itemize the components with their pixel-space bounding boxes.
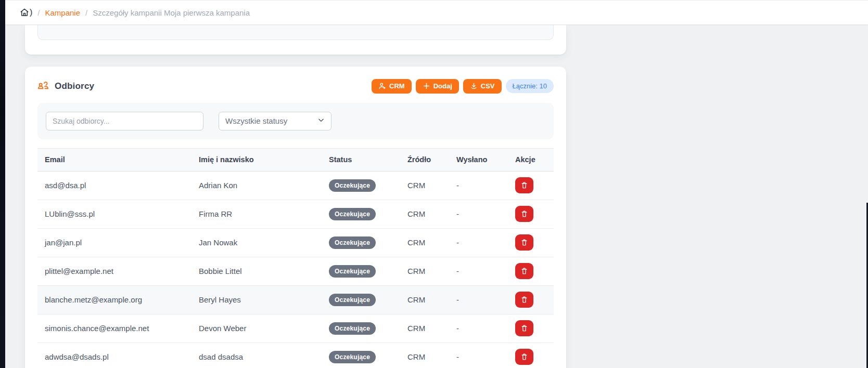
status-badge: Oczekujące [329, 265, 376, 278]
cell-sent: - [449, 228, 508, 257]
filter-bar: Wszystkie statusy [37, 103, 554, 139]
crm-button-label: CRM [389, 82, 405, 90]
cell-source: CRM [400, 257, 449, 285]
status-badge: Oczekujące [329, 179, 376, 192]
cell-source: CRM [400, 285, 449, 314]
cell-email: asd@dsa.pl [37, 171, 192, 200]
column-header-name: Imię i nazwisko [192, 148, 322, 171]
cell-email: LUblin@sss.pl [37, 200, 192, 228]
breadcrumb-current-page: Szczegóły kampanii Moja pierwsza kampani… [93, 8, 250, 17]
cell-source: CRM [400, 200, 449, 228]
trash-icon [521, 267, 528, 275]
cell-name: Devon Weber [192, 314, 322, 343]
topbar: ) / Kampanie / Szczegóły kampanii Moja p… [5, 0, 868, 25]
breadcrumb-campaigns-link[interactable]: Kampanie [45, 8, 81, 17]
delete-recipient-button[interactable] [515, 177, 533, 193]
delete-recipient-button[interactable] [515, 234, 533, 251]
csv-import-button[interactable]: CSV [463, 79, 502, 94]
download-icon [470, 82, 478, 90]
delete-recipient-button[interactable] [515, 292, 533, 308]
cell-actions [508, 171, 554, 200]
cell-sent: - [449, 171, 508, 200]
main-area: ) / Kampanie / Szczegóły kampanii Moja p… [5, 0, 868, 368]
previous-section-card [25, 25, 566, 55]
status-badge: Oczekujące [329, 236, 376, 249]
status-filter-select[interactable]: Wszystkie statusy [219, 112, 331, 130]
user-arrow-icon [378, 82, 386, 90]
status-badge: Oczekujące [329, 208, 376, 220]
cell-sent: - [449, 257, 508, 285]
cell-name: Firma RR [192, 200, 322, 228]
cell-email: plittel@example.net [37, 257, 192, 285]
cell-status: Oczekujące [322, 200, 400, 228]
delete-recipient-button[interactable] [515, 349, 533, 365]
status-badge: Oczekujące [329, 322, 376, 335]
cell-actions [508, 314, 554, 343]
cell-email: jan@jan.pl [37, 228, 192, 257]
recipients-title-group: Odbiorcy [37, 79, 94, 93]
recipients-table-body: asd@dsa.pl Adrian Kon Oczekujące CRM - [37, 171, 554, 368]
cell-actions [508, 228, 554, 257]
status-filter-value: Wszystkie statusy [225, 116, 287, 125]
cell-sent: - [449, 285, 508, 314]
crm-import-button[interactable]: CRM [372, 79, 412, 94]
column-header-actions: Akcje [508, 148, 554, 171]
home-icon-suffix: ) [30, 8, 32, 17]
cell-source: CRM [400, 314, 449, 343]
cell-status: Oczekujące [322, 257, 400, 285]
recipients-actions: CRM Dodaj [372, 79, 554, 94]
recipients-table: Email Imię i nazwisko Status Źródło Wysł… [37, 148, 554, 368]
add-recipient-button[interactable]: Dodaj [416, 79, 459, 94]
cell-status: Oczekujące [322, 343, 400, 368]
search-input[interactable] [46, 112, 203, 130]
cell-actions [508, 343, 554, 368]
cell-source: CRM [400, 228, 449, 257]
status-badge: Oczekujące [329, 294, 376, 306]
table-row: plittel@example.net Bobbie Littel Oczeku… [37, 257, 554, 285]
users-icon [37, 79, 49, 93]
cell-sent: - [449, 200, 508, 228]
trash-icon [521, 181, 528, 189]
previous-section-panel [37, 25, 554, 40]
page-content: Odbiorcy CRM [5, 25, 868, 368]
cell-actions [508, 200, 554, 228]
trash-icon [521, 239, 528, 246]
table-row: simonis.chance@example.net Devon Weber O… [37, 314, 554, 343]
add-button-label: Dodaj [433, 82, 452, 90]
recipients-title: Odbiorcy [55, 81, 94, 91]
breadcrumb: ) / Kampanie / Szczegóły kampanii Moja p… [20, 8, 250, 17]
home-icon[interactable]: ) [20, 8, 32, 17]
cell-name: Jan Nowak [192, 228, 322, 257]
column-header-sent: Wysłano [449, 148, 508, 171]
cell-actions [508, 285, 554, 314]
app-window: ) / Kampanie / Szczegóły kampanii Moja p… [0, 0, 868, 368]
cell-sent: - [449, 343, 508, 368]
cell-sent: - [449, 314, 508, 343]
cell-actions [508, 257, 554, 285]
csv-button-label: CSV [481, 82, 495, 90]
cell-name: Bobbie Littel [192, 257, 322, 285]
cell-email: adwdsa@dsads.pl [37, 343, 192, 368]
table-row: blanche.metz@example.org Beryl Hayes Ocz… [37, 285, 554, 314]
table-row: jan@jan.pl Jan Nowak Oczekujące CRM - [37, 228, 554, 257]
cell-status: Oczekujące [322, 228, 400, 257]
total-count-badge: Łącznie: 10 [506, 79, 554, 93]
trash-icon [521, 353, 528, 361]
cell-source: CRM [400, 171, 449, 200]
status-badge: Oczekujące [329, 351, 376, 363]
cell-name: Adrian Kon [192, 171, 322, 200]
column-header-status: Status [322, 148, 400, 171]
table-header: Email Imię i nazwisko Status Źródło Wysł… [37, 148, 554, 171]
recipients-header: Odbiorcy CRM [37, 79, 554, 94]
cell-email: simonis.chance@example.net [37, 314, 192, 343]
cell-source: CRM [400, 343, 449, 368]
cell-status: Oczekujące [322, 285, 400, 314]
delete-recipient-button[interactable] [515, 263, 533, 279]
delete-recipient-button[interactable] [515, 320, 533, 336]
delete-recipient-button[interactable] [515, 206, 533, 222]
collapsed-sidebar[interactable] [0, 0, 5, 368]
cell-email: blanche.metz@example.org [37, 285, 192, 314]
table-row: adwdsa@dsads.pl dsad dsadsa Oczekujące C… [37, 343, 554, 368]
breadcrumb-separator: / [85, 8, 87, 17]
trash-icon [521, 210, 528, 218]
